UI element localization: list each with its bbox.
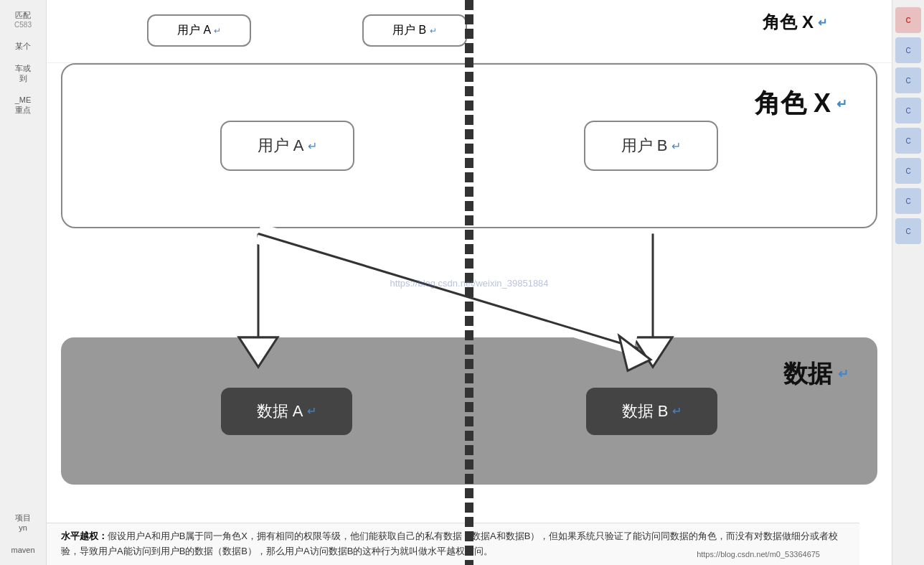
bottom-description: 水平越权：假设用户A和用户B属于同一角色X，拥有相同的权限等级，他们能获取自己的… <box>47 523 859 565</box>
left-sidebar: 匹配 C583 某个 车或 到 _ME 重点 项目 yn maven <box>0 0 47 565</box>
right-icon-6[interactable]: C <box>895 158 921 184</box>
right-icon-4[interactable]: C <box>895 98 921 123</box>
data-b-box[interactable]: 数据 B ↵ <box>586 388 718 435</box>
right-sidebar: C C C C C C C C <box>892 0 924 565</box>
sidebar-item-2[interactable]: 某个 <box>4 38 42 54</box>
top-user-a-box: 用户 A ↵ <box>147 14 251 47</box>
right-icon-7[interactable]: C <box>895 188 921 214</box>
top-role-text: 角色 X <box>763 11 814 34</box>
top-user-a-icon: ↵ <box>214 26 221 36</box>
user-b-arrow-icon: ↵ <box>671 139 681 153</box>
data-b-arrow-icon: ↵ <box>672 404 682 418</box>
right-icon-3[interactable]: C <box>895 67 921 93</box>
sidebar-item-1[interactable]: 匹配 C583 <box>4 7 42 32</box>
right-icon-2[interactable]: C <box>895 37 921 63</box>
data-return-icon: ↵ <box>838 366 849 382</box>
data-a-arrow-icon: ↵ <box>307 404 316 418</box>
role-return-icon: ↵ <box>836 96 847 112</box>
top-user-b-box: 用户 B ↵ <box>362 14 467 47</box>
sidebar-item-4[interactable]: _ME 重点 <box>4 92 42 118</box>
sidebar-item-6[interactable]: maven <box>4 542 42 558</box>
sidebar-item-3[interactable]: 车或 到 <box>4 60 42 87</box>
top-user-b-icon: ↵ <box>430 26 437 36</box>
dashed-vertical-line <box>465 0 473 565</box>
user-a-arrow-icon: ↵ <box>308 139 317 153</box>
right-icon-1[interactable]: C <box>895 7 921 33</box>
main-content: 角色 X ↵ 用户 A ↵ 用户 B ↵ <box>47 0 892 565</box>
role-label: 角色 X ↵ <box>755 86 847 121</box>
svg-line-9 <box>258 233 638 348</box>
data-label: 数据 ↵ <box>783 358 849 391</box>
sidebar-item-5[interactable]: 项目 yn <box>4 510 42 536</box>
right-icon-8[interactable]: C <box>895 218 921 244</box>
right-icon-5[interactable]: C <box>895 128 921 154</box>
bottom-url: https://blog.csdn.net/m0_53364675 <box>697 548 820 561</box>
svg-line-8 <box>258 233 635 345</box>
top-role-return-icon: ↵ <box>818 16 827 29</box>
user-a-box[interactable]: 用户 A ↵ <box>220 121 355 171</box>
user-b-box[interactable]: 用户 B ↵ <box>584 121 719 171</box>
data-a-box[interactable]: 数据 A ↵ <box>221 388 353 435</box>
top-role-label: 角色 X ↵ <box>763 11 827 34</box>
bottom-label: 水平越权： <box>61 531 108 541</box>
